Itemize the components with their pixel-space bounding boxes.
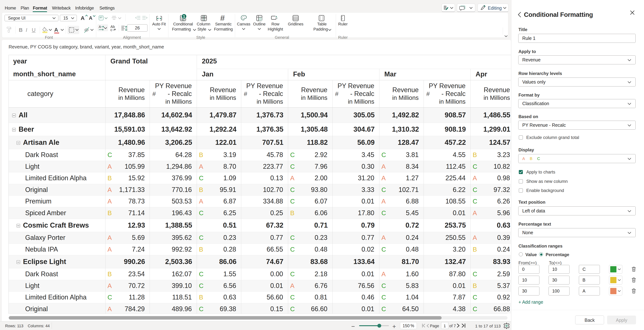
svg-text:c: c [110,28,112,32]
svg-text:A: A [99,25,101,29]
